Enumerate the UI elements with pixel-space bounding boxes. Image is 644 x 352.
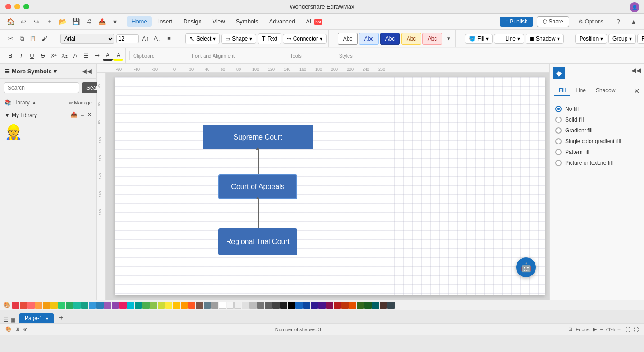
lib-add-icon[interactable]: ＋ — [79, 111, 85, 119]
color-dark[interactable] — [280, 302, 287, 309]
shape-tool-btn[interactable]: ▭ Shape ▾ — [221, 34, 256, 44]
style-swatch-1[interactable]: Abc — [338, 33, 358, 45]
node-court-of-appeals[interactable]: Court of Appeals — [218, 174, 297, 199]
minimize-button[interactable] — [14, 4, 20, 9]
color-teal-dark[interactable] — [81, 302, 88, 309]
color-red-light[interactable] — [27, 302, 35, 309]
style-swatch-2[interactable]: Abc — [359, 33, 379, 45]
print-icon[interactable]: 🖨 — [83, 16, 95, 27]
color-green-dark[interactable] — [66, 302, 73, 309]
color-yellow2[interactable] — [165, 302, 172, 309]
gradient-fill-option[interactable]: Gradient fill — [555, 127, 639, 134]
color-dark-brown[interactable] — [380, 302, 387, 309]
fill-tab[interactable]: Fill — [554, 86, 570, 96]
connector-tool-btn[interactable]: ⤳ Connector ▾ — [283, 34, 327, 44]
node-regional-trial-court[interactable]: Regional Trial Court — [218, 228, 297, 255]
cut-icon[interactable]: ✂ — [5, 34, 15, 44]
menu-ai[interactable]: AI hot — [301, 16, 327, 27]
menu-insert[interactable]: Insert — [154, 16, 177, 27]
user-avatar[interactable]: 👤 — [630, 2, 639, 12]
color-grey2[interactable] — [249, 302, 257, 309]
color-blue-deep[interactable] — [295, 302, 303, 309]
rotate-btn[interactable]: Rotate▾ — [637, 34, 644, 44]
color-grey[interactable] — [211, 302, 218, 309]
publish-button[interactable]: ↑ Publish — [500, 17, 533, 27]
shadow-tab[interactable]: Shadow — [591, 86, 620, 96]
sidebar-collapse-icon[interactable]: ◀◀ — [82, 68, 92, 75]
no-fill-radio[interactable] — [555, 106, 562, 112]
play-icon[interactable]: ▶ — [593, 326, 597, 332]
color-orange2[interactable] — [181, 302, 188, 309]
color-lime[interactable] — [150, 302, 157, 309]
subscript-icon[interactable]: X₂ — [59, 51, 69, 61]
style-swatch-3[interactable]: Abc — [380, 33, 400, 45]
add-page-button[interactable]: ＋ — [54, 312, 68, 323]
color-cyan[interactable] — [127, 302, 134, 309]
manage-button[interactable]: ✏ Manage — [69, 100, 92, 106]
color-red-dark[interactable] — [12, 302, 19, 309]
color-dark-pink[interactable] — [326, 302, 333, 309]
home-icon[interactable]: 🏠 — [5, 16, 16, 27]
color-darkest-green[interactable] — [364, 302, 372, 309]
zoom-out-icon[interactable]: − — [600, 327, 603, 332]
color-indigo[interactable] — [311, 302, 318, 309]
menu-design[interactable]: Design — [179, 16, 206, 27]
font-color-icon[interactable]: A — [103, 51, 113, 61]
color-grey-dark[interactable] — [265, 302, 272, 309]
grid-icon[interactable]: ⊞ — [15, 326, 19, 332]
color-purple-dark[interactable] — [112, 302, 119, 309]
maximize-button[interactable] — [23, 4, 29, 9]
help-icon[interactable]: ? — [612, 16, 624, 27]
text-style-icon[interactable]: Ã — [70, 51, 80, 61]
color-teal2[interactable] — [135, 302, 142, 309]
color-yellow-dark[interactable] — [43, 302, 50, 309]
color-blue[interactable] — [89, 302, 96, 309]
single-color-gradient-radio[interactable] — [555, 138, 562, 144]
new-icon[interactable]: ＋ — [44, 16, 55, 27]
list-icon[interactable]: ☰ — [81, 51, 91, 61]
picture-texture-fill-option[interactable]: Picture or texture fill — [555, 160, 639, 166]
more-icon[interactable]: ▾ — [109, 16, 121, 27]
redo-icon[interactable]: ↪ — [31, 16, 42, 27]
color-dark-cyan[interactable] — [372, 302, 379, 309]
close-panel-button[interactable]: ✕ — [634, 87, 639, 95]
panel-icon-button[interactable]: ◆ — [553, 67, 565, 79]
color-orange-dark[interactable] — [349, 302, 356, 309]
fill-btn[interactable]: 🪣 Fill ▾ — [465, 34, 493, 44]
indent-icon[interactable]: ↦ — [92, 51, 102, 61]
color-blue-darkest[interactable] — [303, 302, 310, 309]
color-off-white[interactable] — [227, 302, 234, 309]
strikethrough-icon[interactable]: S — [38, 51, 48, 61]
menu-view[interactable]: View — [208, 16, 230, 27]
color-brown[interactable] — [196, 302, 203, 309]
picture-texture-fill-radio[interactable] — [555, 160, 562, 166]
canvas-grid[interactable]: Supreme Court Court of Appeals — [115, 77, 545, 295]
save-icon[interactable]: 💾 — [70, 16, 82, 27]
palette-icon[interactable]: 🎨 — [2, 300, 12, 310]
gradient-fill-radio[interactable] — [555, 127, 562, 134]
color-yellow-green[interactable] — [158, 302, 165, 309]
close-button[interactable] — [5, 4, 11, 9]
undo-icon[interactable]: ↩ — [18, 16, 29, 27]
single-color-gradient-option[interactable]: Single color gradient fill — [555, 138, 639, 144]
shadow-btn[interactable]: ◼ Shadow ▾ — [526, 34, 564, 44]
solid-fill-option[interactable]: Solid fill — [555, 117, 639, 123]
color-teal[interactable] — [73, 302, 81, 309]
font-family-select[interactable]: Arial — [60, 34, 114, 44]
menu-symbols[interactable]: Symbols — [231, 16, 263, 27]
page-tab-1[interactable]: Page-1 ▾ — [19, 313, 54, 323]
color-blue-grey[interactable] — [204, 302, 211, 309]
lib-close-icon[interactable]: ✕ — [87, 111, 92, 119]
color-charcoal[interactable] — [272, 302, 280, 309]
superscript-icon[interactable]: X² — [49, 51, 59, 61]
italic-icon[interactable]: I — [16, 51, 26, 61]
copy-icon[interactable]: ⧉ — [17, 34, 27, 44]
color-dark-red[interactable] — [334, 302, 341, 309]
library-label[interactable]: 📚 Library ▲ — [5, 99, 37, 106]
my-library-title[interactable]: ▼ My Library — [5, 112, 37, 118]
color-dark-green[interactable] — [357, 302, 364, 309]
menu-home[interactable]: Home — [127, 16, 152, 27]
ai-chat-bubble[interactable]: 🤖 — [516, 257, 536, 277]
position-btn[interactable]: Position▾ — [575, 34, 607, 44]
window-controls[interactable] — [5, 4, 29, 9]
